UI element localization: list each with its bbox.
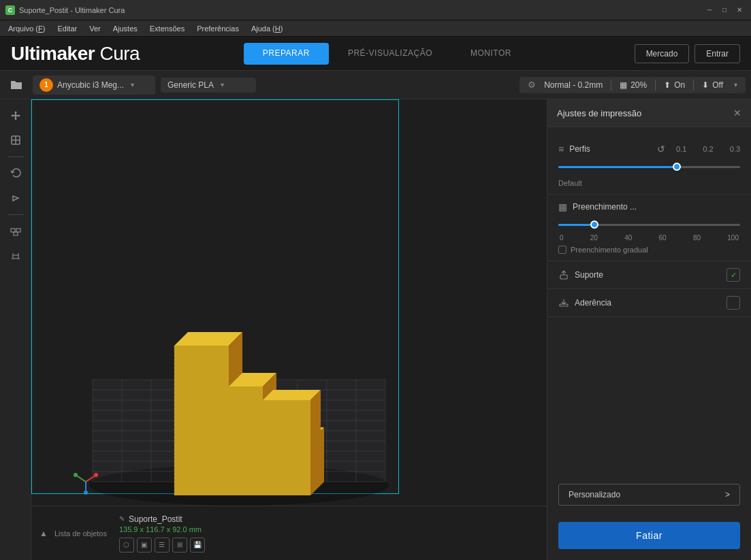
main-tabs: PREPARAR PRÉ-VISUALIZAÇÃO MONITOR <box>244 43 530 65</box>
obj-3d-icon[interactable]: ⬡ <box>119 538 134 553</box>
support-value: On <box>674 80 685 90</box>
profile-sub: Default <box>558 179 740 187</box>
settings-dropdown-arrow: ▾ <box>734 81 737 88</box>
support-tool[interactable] <box>5 245 27 267</box>
settings-tune-icon: ⚙ <box>528 80 536 90</box>
menu-ajustes[interactable]: Ajustes <box>108 23 143 34</box>
edit-icon: ✎ <box>119 515 125 523</box>
settings-toolbar[interactable]: ⚙ Normal - 0.2mm ▦ 20% ⬆ On ⬇ Off ▾ <box>520 77 746 93</box>
viewport[interactable]: ▲ Lista de objetos ✎ Suporte_Postit 135.… <box>31 99 547 560</box>
menu-editar[interactable]: Editar <box>52 23 82 34</box>
profiles-thumb[interactable] <box>673 163 681 171</box>
gradual-fill-checkbox[interactable] <box>558 246 566 254</box>
camera-tool[interactable] <box>5 187 27 209</box>
maximize-button[interactable]: □ <box>718 4 731 16</box>
scene-svg <box>59 278 440 509</box>
adhesion-label: Aderência <box>575 298 721 308</box>
profile-setting: Normal - 0.2mm <box>544 80 603 90</box>
obj-list-label: Lista de objetos <box>54 529 107 538</box>
personalized-arrow: > <box>725 490 730 499</box>
app-header: Ultimaker Cura PREPARAR PRÉ-VISUALIZAÇÃO… <box>0 37 751 71</box>
svg-rect-54 <box>560 275 567 279</box>
menu-preferencias[interactable]: Preferências <box>191 23 244 34</box>
fill-mark-0: 0 <box>560 234 564 242</box>
move-tool[interactable] <box>5 105 27 127</box>
menu-ajuda[interactable]: Ajuda (H) <box>246 23 288 34</box>
profiles-slider[interactable] <box>558 160 740 174</box>
obj-save-icon[interactable]: 💾 <box>190 538 205 553</box>
minimize-button[interactable]: ─ <box>703 4 716 16</box>
app-icon: C <box>5 5 15 15</box>
group-tool[interactable] <box>5 220 27 242</box>
fill-thumb[interactable] <box>590 220 598 229</box>
logo-brand: Ultimaker <box>11 43 95 64</box>
open-folder-button[interactable] <box>5 74 27 96</box>
profile-high: 0.3 <box>730 145 740 153</box>
left-toolbar <box>0 99 31 560</box>
profile-mid: 0.2 <box>703 145 713 153</box>
login-button[interactable]: Entrar <box>694 44 740 63</box>
tool-divider-2 <box>7 214 24 215</box>
fill-markers: 0 20 40 60 80 100 <box>558 234 740 242</box>
close-button[interactable]: ✕ <box>733 4 746 16</box>
support-checkbox[interactable]: ✓ <box>726 268 740 282</box>
material-select[interactable]: Generic PLA ▾ <box>161 78 256 93</box>
printer-select[interactable]: 1 Anycubic i3 Meg... ▾ <box>33 76 155 95</box>
object-info: ✎ Suporte_Postit 135.9 x 116.7 x 92.0 mm… <box>119 514 205 553</box>
divider-1 <box>611 80 611 90</box>
obj-grid-icon[interactable]: ⊞ <box>172 538 187 553</box>
tab-preview[interactable]: PRÉ-VISUALIZAÇÃO <box>329 43 451 65</box>
undo-tool[interactable] <box>5 163 27 184</box>
bottom-bar: ▲ Lista de objetos ✎ Suporte_Postit 135.… <box>31 506 547 560</box>
print-panel-title: Ajustes de impressão <box>557 108 641 118</box>
fill-filled <box>558 224 594 226</box>
object-action-icons: ⬡ ▣ ☰ ⊞ 💾 <box>119 538 205 553</box>
market-button[interactable]: Mercado <box>635 44 690 63</box>
svg-rect-41 <box>174 346 229 386</box>
menubar: Arquivo (F) Editar Ver Ajustes Extensões… <box>0 20 751 37</box>
fill-mark-60: 60 <box>659 234 667 242</box>
titlebar-left: C Suporte_Postit - Ultimaker Cura <box>5 5 125 15</box>
print-panel-header: Ajustes de impressão ✕ <box>547 99 751 127</box>
menu-extensoes[interactable]: Extensões <box>144 23 190 34</box>
obj-list-chevron[interactable]: ▲ <box>39 529 48 538</box>
profiles-filled <box>558 166 677 168</box>
infill-setting: ▦ 20% <box>620 80 647 90</box>
print-panel-close-button[interactable]: ✕ <box>733 108 741 118</box>
settings-panel: ≡ Perfis ↺ 0.1 0.2 0.3 Default <box>547 127 751 476</box>
slice-btn-area: Fatiar <box>547 514 751 560</box>
obj-layers-icon[interactable]: ▣ <box>137 538 152 553</box>
svg-rect-6 <box>14 232 18 235</box>
material-dropdown-arrow: ▾ <box>221 81 224 88</box>
infill-value: 20% <box>630 80 647 90</box>
profiles-setting-row: ≡ Perfis ↺ 0.1 0.2 0.3 Default <box>547 137 751 195</box>
adhesion-setting: ⬇ Off <box>702 80 723 90</box>
reset-icon[interactable]: ↺ <box>657 144 665 154</box>
personalized-button[interactable]: Personalizado > <box>558 484 740 506</box>
obj-list-icon[interactable]: ☰ <box>155 538 170 553</box>
tab-preparar[interactable]: PREPARAR <box>244 43 329 65</box>
slice-button[interactable]: Fatiar <box>558 522 740 549</box>
fill-header: ▦ Preenchimento ... <box>558 201 740 212</box>
adhesion-setting-row: Aderência <box>547 289 751 317</box>
svg-rect-4 <box>11 229 15 232</box>
fill-slider[interactable] <box>558 218 740 231</box>
adhesion-checkbox[interactable] <box>726 296 740 310</box>
menu-arquivo[interactable]: Arquivo (F) <box>3 23 50 34</box>
logo-app: Cura <box>95 43 140 64</box>
fill-icon: ▦ <box>558 201 567 212</box>
profiles-icon: ≡ <box>558 144 564 154</box>
divider-3 <box>693 80 694 90</box>
fill-label: Preenchimento ... <box>573 202 740 212</box>
main-content: ▲ Lista de objetos ✎ Suporte_Postit 135.… <box>0 99 751 560</box>
menu-ver[interactable]: Ver <box>84 23 106 34</box>
tab-monitor[interactable]: MONITOR <box>451 43 530 65</box>
select-tool[interactable] <box>5 129 27 151</box>
object-name: Suporte_Postit <box>129 514 182 524</box>
support-icon <box>558 269 569 280</box>
adhesion-icon: ⬇ <box>702 80 709 90</box>
fill-mark-20: 20 <box>590 234 598 242</box>
fill-mark-40: 40 <box>624 234 632 242</box>
svg-point-52 <box>74 473 78 477</box>
toolbar: 1 Anycubic i3 Meg... ▾ Generic PLA ▾ ⚙ N… <box>0 71 751 99</box>
